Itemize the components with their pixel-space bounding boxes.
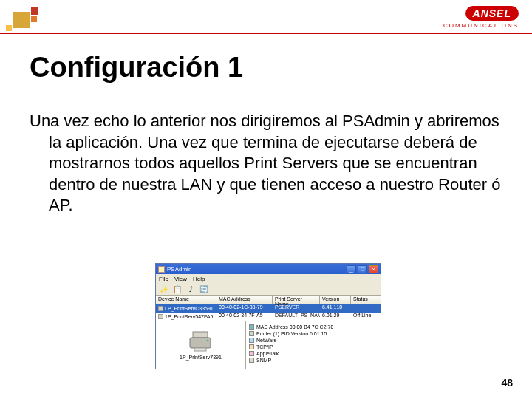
brand-logo: ANSEL: [466, 6, 519, 21]
psadmin-window: PSAdmin _ □ × File View Help ✨ 📋 ⤴ 🔄 Dev…: [155, 263, 381, 369]
toolbar: ✨ 📋 ⤴ 🔄: [156, 283, 381, 295]
appletalk-icon: [249, 351, 254, 356]
body-paragraph: Una vez echo lo anterior nos dirigiremos…: [30, 111, 502, 216]
detail-row: SNMP: [249, 357, 378, 364]
page-number: 48: [501, 377, 513, 389]
minimize-button[interactable]: _: [347, 265, 356, 273]
col-device[interactable]: Device Name: [156, 296, 216, 304]
col-version[interactable]: Version: [320, 296, 351, 304]
upload-icon[interactable]: ⤴: [185, 284, 196, 294]
detail-right: MAC Address 00 00 B4 7C C2 70 Printer (1…: [246, 321, 381, 369]
printer-icon: [249, 331, 254, 336]
netware-icon: [249, 338, 254, 343]
detail-device-label: 1P_PrintServ7391: [180, 355, 222, 360]
brand-subtitle: COMMUNICATIONS: [443, 22, 519, 29]
printer-icon: [158, 314, 163, 319]
menu-help[interactable]: Help: [193, 276, 205, 282]
svg-rect-1: [190, 338, 211, 348]
menu-view[interactable]: View: [174, 276, 187, 282]
printer-large-icon: [188, 330, 214, 352]
table-body: LP_PrintServC33591 00-40-02-1C-33-79 PSE…: [156, 304, 381, 321]
detail-row: MAC Address 00 00 B4 7C C2 70: [249, 324, 378, 330]
detail-row: AppleTalk: [249, 350, 378, 357]
svg-rect-0: [193, 332, 208, 338]
wizard-icon[interactable]: ✨: [159, 284, 169, 294]
detail-left: 1P_PrintServ7391: [156, 321, 246, 369]
maximize-button[interactable]: □: [358, 265, 367, 273]
tcpip-icon: [249, 344, 254, 349]
body-text: Una vez echo lo anterior nos dirigiremos…: [30, 111, 502, 216]
detail-row: TCP/IP: [249, 344, 378, 350]
brand: ANSEL COMMUNICATIONS: [443, 6, 519, 29]
col-ps[interactable]: Print Server Name: [273, 296, 320, 304]
detail-row: NetWare: [249, 337, 378, 344]
app-icon: [158, 266, 165, 273]
col-mac[interactable]: MAC Address: [216, 296, 273, 304]
printer-icon: [158, 306, 163, 311]
table-row[interactable]: 1P_PrintServ547FA5 00-40-02-34-7F-A5 DEF…: [156, 313, 381, 321]
close-button[interactable]: ×: [369, 265, 378, 273]
refresh-icon[interactable]: 🔄: [199, 284, 209, 294]
snmp-icon: [249, 358, 254, 363]
menubar: File View Help: [156, 274, 381, 283]
properties-icon[interactable]: 📋: [172, 284, 183, 294]
svg-rect-2: [194, 348, 206, 351]
table-row[interactable]: LP_PrintServC33591 00-40-02-1C-33-79 PSE…: [156, 304, 381, 313]
detail-pane: 1P_PrintServ7391 MAC Address 00 00 B4 7C…: [156, 321, 381, 369]
header-divider: [0, 33, 532, 34]
menu-file[interactable]: File: [159, 276, 168, 282]
titlebar[interactable]: PSAdmin _ □ ×: [156, 264, 381, 274]
window-title: PSAdmin: [167, 266, 345, 273]
column-headers: Device Name MAC Address Print Server Nam…: [156, 295, 381, 304]
svg-point-3: [206, 340, 208, 342]
col-status[interactable]: Status: [351, 296, 381, 304]
mac-icon: [249, 324, 254, 330]
page-title: Configuración 1: [30, 52, 243, 83]
detail-row: Printer (1) PID Version 6.01.15: [249, 330, 378, 337]
